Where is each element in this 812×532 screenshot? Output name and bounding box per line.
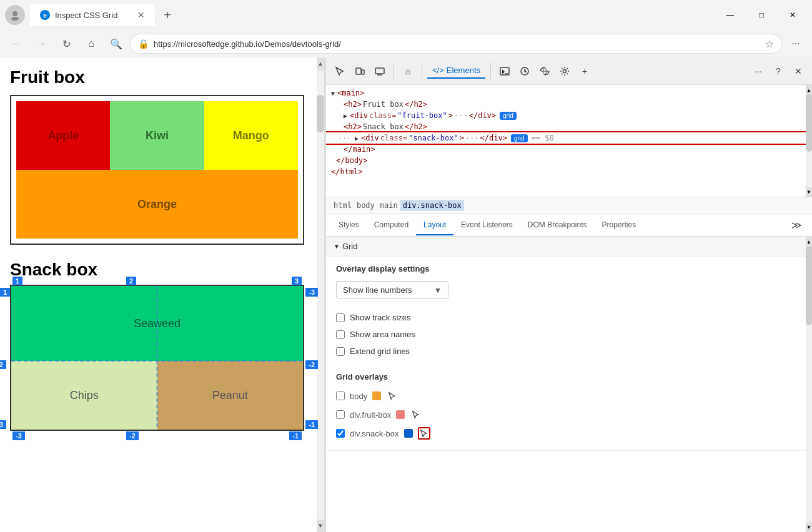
overlay-fruit-highlight-button[interactable] bbox=[410, 408, 422, 421]
more-button[interactable]: ··· bbox=[785, 32, 807, 55]
layout-panel: ▲ ▼ ▼ Grid Overlay display settings Show… bbox=[326, 237, 812, 532]
triangle-icon[interactable]: ▼ bbox=[331, 90, 335, 97]
elements-tab-icon: </> bbox=[432, 66, 444, 75]
screen-cast-button[interactable] bbox=[371, 62, 389, 80]
overlay-body-checkbox[interactable] bbox=[336, 392, 345, 400]
tab-event-listeners[interactable]: Event Listeners bbox=[453, 215, 520, 235]
home-button[interactable]: ⌂ bbox=[80, 32, 102, 55]
tree-line-fruit-div[interactable]: ▶ <div class= "fruit-box" > ··· </div> g… bbox=[326, 110, 812, 121]
tab-more[interactable]: ≫ bbox=[786, 214, 807, 236]
elements-tab[interactable]: </> Elements bbox=[427, 63, 485, 79]
grid-num-neg3-bottom: -3 bbox=[12, 430, 25, 441]
inspect-element-button[interactable] bbox=[331, 62, 349, 80]
overlay-snack-checkbox[interactable] bbox=[336, 429, 345, 438]
lock-icon: 🔒 bbox=[138, 39, 149, 49]
dropdown-container: Show line numbers ▼ bbox=[336, 281, 802, 299]
more-button-devtools[interactable]: ··· bbox=[750, 62, 767, 80]
profile-icon[interactable] bbox=[5, 5, 25, 25]
apple-cell: Apple bbox=[16, 101, 110, 170]
tab-close-button[interactable]: ✕ bbox=[137, 10, 145, 20]
show-area-names-checkbox[interactable] bbox=[336, 330, 345, 339]
tree-scroll-down[interactable]: ▼ bbox=[806, 187, 812, 197]
browser-tab[interactable]: e Inspect CSS Grid ✕ bbox=[30, 4, 155, 26]
tab-bar: e Inspect CSS Grid ✕ + bbox=[30, 4, 716, 26]
layout-scroll-up[interactable]: ▲ bbox=[806, 237, 812, 247]
network-button[interactable] bbox=[536, 62, 553, 80]
svg-rect-6 bbox=[375, 68, 384, 74]
fruit-dots: ··· bbox=[454, 111, 468, 120]
tree-line-body-close[interactable]: </body> bbox=[326, 155, 812, 166]
back-button[interactable]: ← bbox=[5, 32, 27, 55]
tree-line-main-close[interactable]: </main> bbox=[326, 144, 812, 155]
overlay-fruit-swatch[interactable] bbox=[396, 410, 405, 419]
devtools-close-button[interactable]: ✕ bbox=[790, 62, 807, 80]
console-button[interactable] bbox=[496, 62, 513, 80]
breadcrumb-snackbox[interactable]: div.snack-box bbox=[400, 200, 464, 211]
overlay-fruit-name: div.fruit-box bbox=[350, 410, 391, 420]
breadcrumb-html[interactable]: html bbox=[331, 200, 354, 211]
overlay-snack-highlight-button[interactable] bbox=[418, 427, 430, 440]
fruit-grid: Apple Kiwi Mango Orange bbox=[16, 101, 298, 239]
device-emulation-button[interactable] bbox=[351, 62, 369, 80]
show-area-names-label[interactable]: Show area names bbox=[350, 330, 415, 339]
html-tree: ▲ ▼ ▼ <main> <h2> Fruit box </h2> ▶ <div… bbox=[326, 85, 812, 197]
bookmark-icon[interactable]: ☆ bbox=[765, 38, 774, 50]
close-button[interactable]: ✕ bbox=[778, 5, 807, 25]
tree-line-h2-snack[interactable]: <h2> Snack box </h2> bbox=[326, 121, 812, 132]
maximize-button[interactable]: □ bbox=[747, 5, 776, 25]
settings-button[interactable] bbox=[556, 62, 573, 80]
tree-scroll-up[interactable]: ▲ bbox=[806, 85, 812, 95]
grid-num-3-bottom-left: 3 bbox=[0, 418, 6, 430]
help-button[interactable]: ? bbox=[770, 62, 787, 80]
search-button[interactable]: 🔍 bbox=[105, 32, 127, 55]
snack-box-wrapper: 1 2 3 1 2 3 -3 bbox=[10, 285, 304, 431]
tree-line-html-close[interactable]: </html> bbox=[326, 166, 812, 177]
tree-scrollbar[interactable] bbox=[806, 85, 812, 197]
more-tools-button[interactable]: + bbox=[576, 62, 593, 80]
address-url[interactable]: https://microsoftedge.github.io/Demos/de… bbox=[154, 39, 760, 49]
home-devtools-button[interactable]: ⌂ bbox=[399, 62, 417, 80]
tab-layout[interactable]: Layout bbox=[416, 215, 453, 235]
tree-line-main[interactable]: ▼ <main> bbox=[326, 87, 812, 99]
extend-grid-lines-checkbox[interactable] bbox=[336, 347, 345, 356]
overlay-body-swatch[interactable] bbox=[372, 392, 381, 400]
tab-properties[interactable]: Properties bbox=[595, 215, 644, 235]
breadcrumb-body[interactable]: body bbox=[354, 200, 377, 211]
breadcrumb-main[interactable]: main bbox=[377, 200, 400, 211]
refresh-button[interactable]: ↻ bbox=[55, 32, 77, 55]
new-tab-button[interactable]: + bbox=[157, 5, 177, 25]
scrollbar-thumb[interactable] bbox=[317, 95, 324, 132]
snack-triangle-icon[interactable]: ▶ bbox=[355, 135, 359, 142]
tree-line-snack-div[interactable]: ··· ▶ <div class= "snack-box" > ··· </di… bbox=[326, 132, 812, 144]
fruit-triangle-icon[interactable]: ▶ bbox=[344, 112, 347, 119]
extend-grid-lines-label[interactable]: Extend grid lines bbox=[350, 347, 410, 356]
minimize-button[interactable]: — bbox=[716, 5, 745, 25]
tab-computed[interactable]: Computed bbox=[367, 215, 416, 235]
show-track-sizes-checkbox[interactable] bbox=[336, 313, 345, 322]
address-bar[interactable]: 🔒 https://microsoftedge.github.io/Demos/… bbox=[130, 34, 782, 54]
fruit-grid-badge[interactable]: grid bbox=[500, 112, 517, 120]
snack-grid-badge[interactable]: grid bbox=[511, 134, 528, 142]
overlay-fruit-checkbox[interactable] bbox=[336, 410, 345, 419]
performance-button[interactable] bbox=[516, 62, 533, 80]
line-numbers-dropdown[interactable]: Show line numbers ▼ bbox=[336, 281, 448, 299]
tab-dom-breakpoints[interactable]: DOM Breakpoints bbox=[520, 215, 595, 235]
scroll-down-button[interactable]: ▼ bbox=[317, 520, 324, 532]
main-close-tag: </main> bbox=[344, 145, 375, 154]
tree-scrollbar-thumb[interactable] bbox=[806, 85, 812, 152]
overlay-body-highlight-button[interactable] bbox=[386, 390, 399, 402]
forward-button[interactable]: → bbox=[30, 32, 52, 55]
grid-section-header[interactable]: ▼ Grid bbox=[326, 237, 812, 257]
overlay-snack-swatch[interactable] bbox=[404, 429, 413, 438]
tree-line-h2-fruit[interactable]: <h2> Fruit box </h2> bbox=[326, 99, 812, 110]
snack-section: Snack box 1 2 3 1 2 bbox=[10, 260, 314, 431]
dropdown-arrow-icon: ▼ bbox=[434, 286, 442, 295]
tab-styles[interactable]: Styles bbox=[331, 215, 367, 235]
grid-section-title: Grid bbox=[342, 242, 358, 251]
show-track-sizes-label[interactable]: Show track sizes bbox=[350, 313, 411, 322]
layout-scrollbar-thumb[interactable] bbox=[806, 237, 812, 326]
layout-scrollbar[interactable] bbox=[806, 237, 812, 532]
fruit-box-container: Apple Kiwi Mango Orange bbox=[10, 95, 304, 245]
layout-scroll-down[interactable]: ▼ bbox=[806, 522, 812, 532]
scroll-up-button[interactable]: ▲ bbox=[317, 57, 324, 70]
